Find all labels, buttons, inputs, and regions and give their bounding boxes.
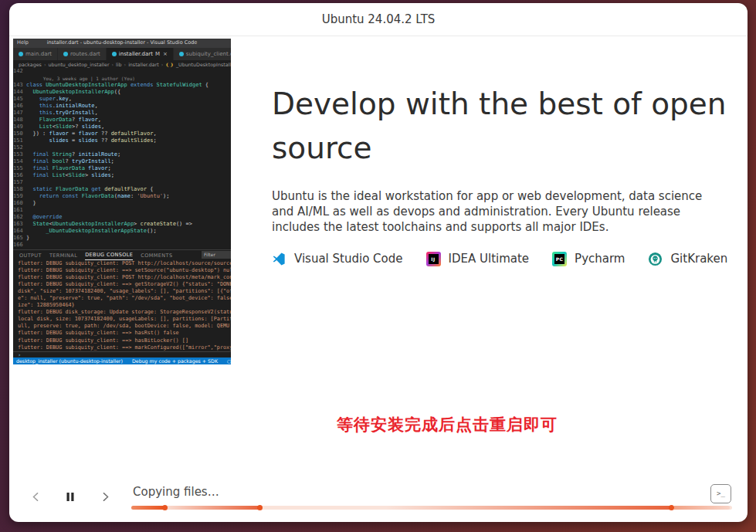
console-line: flutter: DEBUG subiquity_client: ==> set… bbox=[13, 267, 231, 274]
code-line: 161 bbox=[13, 207, 231, 214]
line-number: 157 bbox=[13, 179, 26, 186]
terminal-icon: >_ bbox=[717, 490, 725, 497]
line-number: 142 bbox=[13, 68, 26, 75]
dart-file-icon bbox=[19, 52, 23, 56]
slide-body-text: Ubuntu is the ideal workstation for app … bbox=[272, 188, 726, 235]
editor-tab-label: routes.dart bbox=[70, 51, 100, 57]
ide-logo-idea: IJIDEA Ultimate bbox=[426, 252, 530, 266]
console-line: ize": 12885950464} bbox=[13, 302, 231, 309]
line-number: 147 bbox=[13, 110, 26, 117]
code-line: You, 3 weeks ago | 1 author (You) bbox=[13, 75, 231, 82]
code-line: 164 _UbuntuDesktopInstallerAppState(); bbox=[13, 228, 231, 235]
line-number: 153 bbox=[13, 151, 26, 158]
progress-dot bbox=[669, 505, 674, 510]
pycharm-icon: PC bbox=[552, 252, 567, 266]
breadcrumb-separator: › bbox=[124, 62, 127, 67]
code-line: 162 @override bbox=[13, 214, 231, 221]
ide-logo-vscode: Visual Studio Code bbox=[272, 252, 403, 266]
editor-tab-label: subiquity_client.dart bbox=[186, 51, 231, 57]
desktop-background: Ubuntu 24.04.2 LTS Help installer.dart -… bbox=[0, 0, 756, 532]
console-line: flutter: DEBUG subiquity_client: ==> has… bbox=[13, 330, 231, 337]
vscode-breadcrumb: packages›ubuntu_desktop_installer›lib›in… bbox=[13, 60, 231, 68]
line-number: 158 bbox=[13, 186, 26, 193]
console-line: flutter: DEBUG subiquity_client: POST ht… bbox=[13, 274, 231, 281]
chevron-left-icon bbox=[31, 492, 41, 502]
editor-tab: main.dart bbox=[13, 48, 58, 60]
ide-logo-row: Visual Studio CodeIJIDEA UltimatePCPycha… bbox=[272, 250, 727, 267]
symbol-icon: ❨❩ bbox=[165, 62, 174, 67]
gitkraken-icon bbox=[648, 252, 663, 266]
code-line: 145 super.key, bbox=[13, 96, 231, 103]
editor-tab: installer.dartM× bbox=[107, 48, 174, 60]
vscode-editor-tabs: main.dartroutes.dartinstaller.dartM×subi… bbox=[13, 48, 231, 60]
code-line: 157 bbox=[13, 179, 231, 186]
pause-icon bbox=[66, 492, 75, 502]
slide-next-button[interactable] bbox=[95, 486, 115, 507]
code-line: 143class UbuntuDesktopInstallerApp exten… bbox=[13, 82, 231, 89]
vscode-screenshot: Help installer.dart - ubuntu-desktop-ins… bbox=[13, 39, 231, 364]
console-line: e": null, "preserve": true, "path": "/de… bbox=[13, 295, 231, 302]
code-line: 147 this.tryOrInstall, bbox=[13, 110, 231, 117]
console-line: flutter: DEBUG subiquity_client: ==> has… bbox=[13, 337, 231, 344]
vscode-status-debug-config: Debug my code + packages + SDK bbox=[132, 358, 218, 364]
ide-logo-label: GitKraken bbox=[670, 252, 727, 266]
vscode-debug-console: flutter: DEBUG subiquity_client: POST ht… bbox=[13, 260, 231, 351]
vscode-titlebar: Help installer.dart - ubuntu-desktop-ins… bbox=[13, 39, 231, 48]
code-line: 156 final List<Slide> slides; bbox=[13, 172, 231, 179]
breadcrumb-item: _UbuntuDesktopInstallerAppStat bbox=[176, 62, 231, 67]
console-line: ull, preserve: true, path: /dev/sda, boo… bbox=[13, 323, 231, 330]
code-line: 151 slides = slides ?? defaultSlides; bbox=[13, 137, 231, 144]
slide-back-button[interactable] bbox=[25, 486, 46, 507]
line-number: 145 bbox=[13, 96, 26, 103]
line-number: 159 bbox=[13, 193, 26, 200]
breadcrumb-separator: › bbox=[44, 62, 46, 67]
restart-note-text: 等待安装完成后点击重启即可 bbox=[337, 414, 558, 435]
idea-icon: IJ bbox=[426, 252, 441, 266]
breadcrumb-separator: › bbox=[161, 62, 164, 67]
ide-logo-label: Visual Studio Code bbox=[294, 252, 403, 266]
console-line: flutter: DEBUG subiquity_client: POST ht… bbox=[13, 260, 231, 267]
progress-segment bbox=[131, 506, 164, 510]
slide-heading: Develop with the best of open source bbox=[272, 82, 727, 170]
vscode-status-project: desktop_installer (ubuntu-desktop-instal… bbox=[16, 358, 123, 364]
line-number: 155 bbox=[13, 165, 26, 172]
code-line: 158 static FlavorData get defaultFlavor … bbox=[13, 186, 231, 193]
ide-logo-gitkraken: GitKraken bbox=[648, 252, 727, 266]
code-line: 152 bbox=[13, 144, 231, 151]
breadcrumb-item: packages bbox=[19, 62, 42, 67]
install-status-label: Copying files… bbox=[133, 485, 219, 499]
console-line: local disk, size: 107374182400, usageLab… bbox=[13, 316, 231, 323]
breadcrumb-item: ubuntu_desktop_installer bbox=[48, 62, 109, 67]
progress-dot bbox=[257, 505, 263, 510]
code-line: 149 List<Slide>? slides, bbox=[13, 124, 231, 130]
dart-file-icon bbox=[112, 52, 117, 56]
progress-segment bbox=[166, 506, 259, 510]
line-number: 165 bbox=[13, 235, 26, 242]
line-number: 164 bbox=[13, 228, 26, 235]
vscode-code-editor: 142 You, 3 weeks ago | 1 author (You)143… bbox=[13, 68, 231, 249]
slideshow-pause-button[interactable] bbox=[60, 486, 80, 507]
code-line: 142 bbox=[13, 68, 231, 75]
line-number: 143 bbox=[13, 82, 26, 89]
line-number: 150 bbox=[13, 130, 26, 137]
terminal-log-button[interactable]: >_ bbox=[710, 484, 731, 503]
line-number: 160 bbox=[13, 200, 26, 207]
progress-segment bbox=[674, 506, 730, 510]
breadcrumb-item: lib bbox=[116, 62, 122, 67]
console-line: flutter: DEBUG subiquity_client: ==> mar… bbox=[13, 344, 231, 351]
line-number: 144 bbox=[13, 89, 26, 96]
code-line: 148 FlavorData? flavor, bbox=[13, 117, 231, 124]
breadcrumb-item: installer.dart bbox=[128, 62, 159, 67]
editor-tab-label: installer.dart bbox=[119, 51, 153, 57]
ide-logo-pycharm: PCPycharm bbox=[552, 252, 625, 266]
line-number: 154 bbox=[13, 158, 26, 165]
code-line: 163 State<UbuntuDesktopInstallerApp> cre… bbox=[13, 221, 231, 228]
install-progress-bar bbox=[131, 506, 732, 510]
code-line: 160 } bbox=[13, 200, 231, 207]
line-number: 151 bbox=[13, 137, 26, 144]
line-number: 162 bbox=[13, 214, 26, 221]
vscode-status-bar: desktop_installer (ubuntu-desktop-instal… bbox=[13, 357, 231, 364]
code-line: 159 return const FlavorData(name: 'Ubunt… bbox=[13, 193, 231, 200]
panel-tab-debug-console: DEBUG CONSOLE bbox=[85, 250, 133, 260]
ide-logo-label: IDEA Ultimate bbox=[449, 252, 530, 266]
